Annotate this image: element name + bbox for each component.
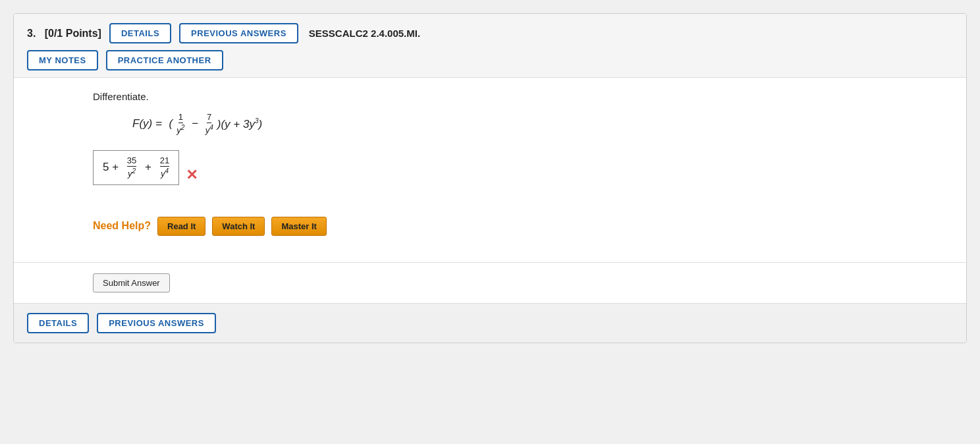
header-bar: 3. [0/1 Points] DETAILS PREVIOUS ANSWERS… — [14, 14, 966, 78]
formula-minus: − — [188, 117, 201, 130]
answer-frac-35-y2: 35 y2 — [127, 156, 136, 179]
submit-row: Submit Answer — [14, 263, 966, 303]
frac-7-y4: 7 y4 — [205, 113, 213, 136]
formula-display: F(y) = ( 1 y2 − 7 y4 )(y + 3y3) — [132, 113, 940, 136]
watch-it-button[interactable]: Watch It — [212, 217, 265, 236]
formula-paren-open: ( — [166, 117, 173, 130]
practice-another-button[interactable]: PRACTICE ANOTHER — [106, 50, 223, 70]
answer-frac-21-y4: 21 y4 — [160, 156, 169, 179]
bottom-bar: DETAILS PREVIOUS ANSWERS — [14, 303, 966, 343]
wrong-mark-icon: ✕ — [186, 167, 198, 184]
need-help-label: Need Help? — [93, 220, 151, 232]
read-it-button[interactable]: Read It — [157, 217, 205, 236]
problem-instruction: Differentiate. — [93, 91, 940, 102]
assignment-code: SESSCALC2 2.4.005.MI. — [309, 28, 420, 39]
question-container: 3. [0/1 Points] DETAILS PREVIOUS ANSWERS… — [13, 13, 967, 343]
question-number: 3. [0/1 Points] — [27, 28, 101, 40]
formula-lhs: F(y) = — [132, 117, 162, 130]
submit-answer-button[interactable]: Submit Answer — [93, 273, 170, 292]
previous-answers-button[interactable]: PREVIOUS ANSWERS — [179, 23, 298, 43]
my-notes-button[interactable]: MY NOTES — [27, 50, 98, 70]
answer-row: 5 + 35 y2 + 21 y4 ✕ — [93, 150, 940, 201]
header-row1: 3. [0/1 Points] DETAILS PREVIOUS ANSWERS… — [27, 23, 953, 43]
need-help-row: Need Help? Read It Watch It Master It — [93, 217, 940, 236]
answer-box: 5 + 35 y2 + 21 y4 — [93, 150, 179, 185]
details-button[interactable]: DETAILS — [109, 23, 171, 43]
master-it-button[interactable]: Master It — [271, 217, 326, 236]
answer-5: 5 + — [103, 161, 122, 174]
answer-plus: + — [142, 161, 154, 174]
header-row2: MY NOTES PRACTICE ANOTHER — [27, 50, 953, 70]
bottom-previous-answers-button[interactable]: PREVIOUS ANSWERS — [97, 313, 216, 333]
frac-1-y2: 1 y2 — [177, 113, 184, 136]
formula-paren-close: )(y + 3y3) — [217, 117, 262, 131]
bottom-details-button[interactable]: DETAILS — [27, 313, 89, 333]
main-content: Differentiate. F(y) = ( 1 y2 − 7 y4 )(y … — [14, 78, 966, 262]
